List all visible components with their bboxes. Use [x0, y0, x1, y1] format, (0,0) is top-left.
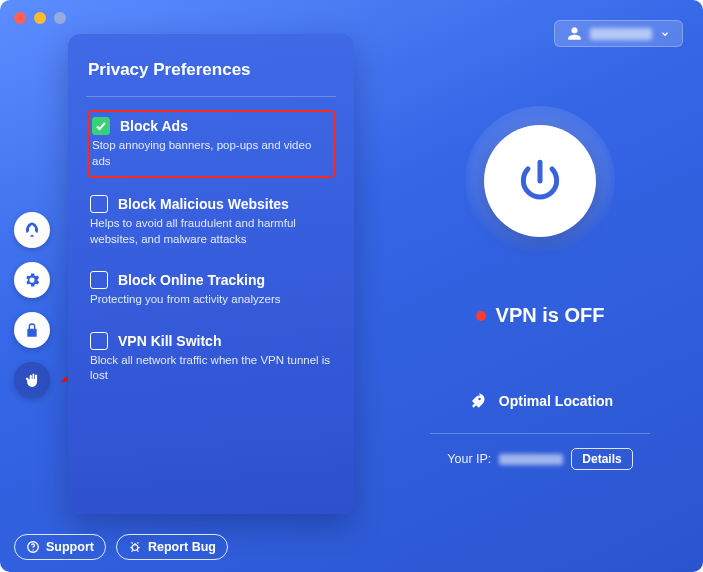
ip-label: Your IP: [447, 452, 491, 466]
checkbox-block-ads[interactable] [92, 117, 110, 135]
option-desc: Protecting you from activity analyzers [90, 292, 332, 308]
window-controls [14, 12, 66, 24]
rocket-icon [467, 391, 487, 411]
chevron-down-icon [660, 29, 670, 39]
divider [86, 96, 336, 97]
location-label: Optimal Location [499, 393, 613, 409]
footer-toolbar: Support Report Bug [14, 534, 228, 560]
app-window: Privacy Preferences Block Ads Stop annoy… [0, 0, 703, 572]
bug-icon [128, 540, 142, 554]
support-label: Support [46, 540, 94, 554]
help-icon [26, 540, 40, 554]
zoom-window-button[interactable] [54, 12, 66, 24]
checkbox-block-malicious[interactable] [90, 195, 108, 213]
sidebar-item-security[interactable] [14, 312, 50, 348]
minimize-window-button[interactable] [34, 12, 46, 24]
privacy-preferences-panel: Privacy Preferences Block Ads Stop annoy… [68, 34, 354, 514]
gear-icon [23, 271, 41, 289]
location-selector[interactable]: Optimal Location [467, 391, 613, 411]
svg-point-2 [32, 549, 33, 550]
option-kill-switch[interactable]: VPN Kill Switch Block all network traffi… [88, 328, 334, 390]
option-desc: Block all network traffic when the VPN t… [90, 353, 332, 384]
sidebar-item-privacy[interactable] [14, 362, 50, 398]
sidebar-item-settings[interactable] [14, 262, 50, 298]
account-name-redacted [590, 28, 652, 40]
checkbox-kill-switch[interactable] [90, 332, 108, 350]
checkbox-block-tracking[interactable] [90, 271, 108, 289]
option-block-malicious[interactable]: Block Malicious Websites Helps to avoid … [88, 191, 334, 253]
panel-title: Privacy Preferences [88, 60, 334, 80]
sidebar [14, 212, 50, 398]
close-window-button[interactable] [14, 12, 26, 24]
lock-icon [24, 322, 40, 338]
account-button[interactable] [554, 20, 683, 47]
status-dot-icon [476, 311, 486, 321]
svg-point-3 [132, 545, 138, 551]
power-icon [515, 156, 565, 206]
vpn-power-button[interactable] [465, 106, 615, 256]
support-button[interactable]: Support [14, 534, 106, 560]
option-block-tracking[interactable]: Block Online Tracking Protecting you fro… [88, 267, 334, 314]
option-title: VPN Kill Switch [118, 333, 221, 349]
hand-icon [24, 372, 41, 389]
report-label: Report Bug [148, 540, 216, 554]
option-title: Block Malicious Websites [118, 196, 289, 212]
ip-row: Your IP: Details [430, 433, 650, 470]
rocket-icon [23, 221, 41, 239]
option-desc: Helps to avoid all fraudulent and harmfu… [90, 216, 332, 247]
option-title: Block Online Tracking [118, 272, 265, 288]
vpn-status: VPN is OFF [476, 304, 605, 327]
report-bug-button[interactable]: Report Bug [116, 534, 228, 560]
details-button[interactable]: Details [571, 448, 632, 470]
user-icon [567, 26, 582, 41]
status-text: VPN is OFF [496, 304, 605, 327]
options-list: Block Ads Stop annoying banners, pop-ups… [88, 111, 334, 390]
option-title: Block Ads [120, 118, 188, 134]
option-block-ads[interactable]: Block Ads Stop annoying banners, pop-ups… [88, 111, 334, 177]
main-column: VPN is OFF Optimal Location Your IP: Det… [400, 106, 680, 470]
option-desc: Stop annoying banners, pop-ups and video… [92, 138, 328, 169]
sidebar-item-boost[interactable] [14, 212, 50, 248]
ip-value-redacted [499, 454, 563, 465]
